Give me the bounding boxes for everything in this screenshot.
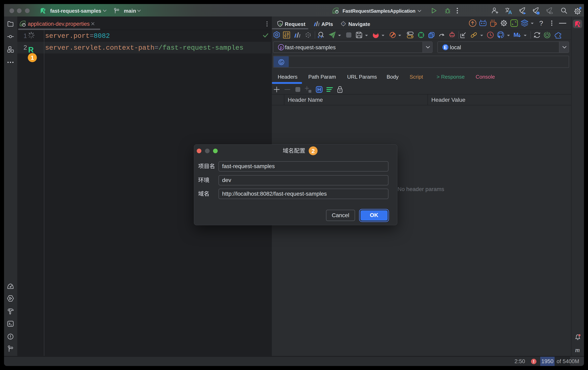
svg-text:E: E — [444, 45, 447, 50]
svg-text:M: M — [514, 31, 518, 38]
svg-text:p: p — [280, 45, 282, 50]
svg-text:A: A — [508, 9, 512, 14]
